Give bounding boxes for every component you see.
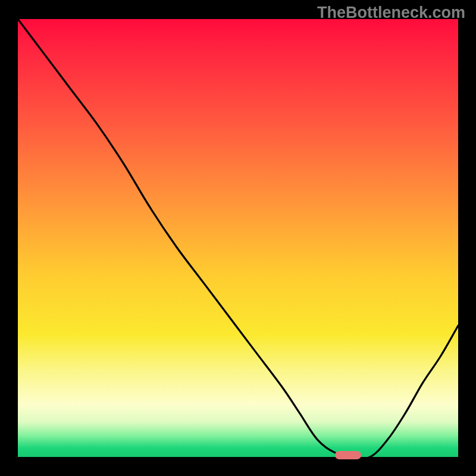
optimum-marker	[335, 451, 361, 459]
plot-area	[18, 19, 458, 457]
chart-container: TheBottleneck.com	[0, 0, 476, 476]
gradient-background	[18, 19, 458, 457]
